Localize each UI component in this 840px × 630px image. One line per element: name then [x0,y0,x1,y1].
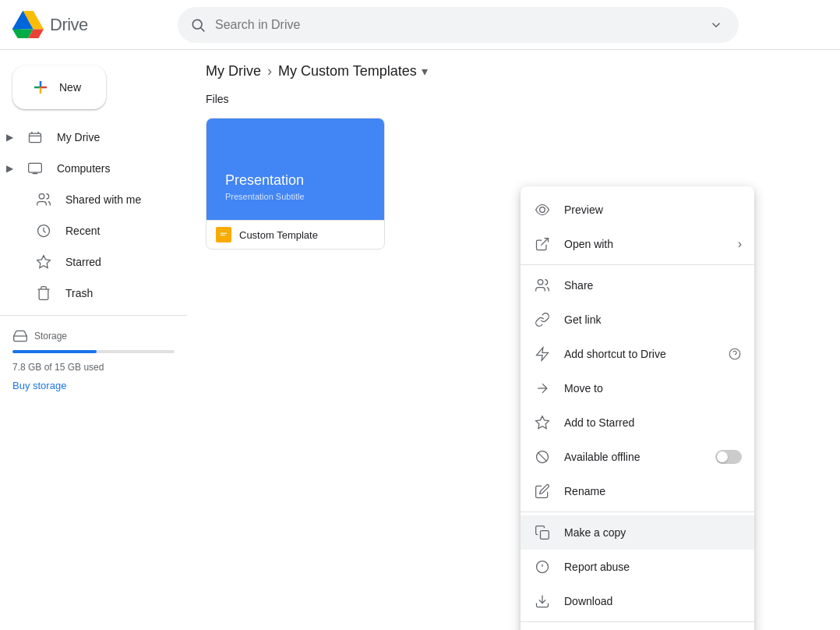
menu-item-remove[interactable]: Remove [521,625,754,630]
sidebar-item-label-computers: Computers [57,162,110,175]
svg-marker-14 [37,256,51,268]
storage-used-text: 7.8 GB of 15 GB used [12,362,104,373]
starred-icon [34,253,53,271]
menu-item-move-to[interactable]: Move to [521,371,754,405]
svg-rect-27 [541,531,549,540]
menu-label-share: Share [564,279,742,292]
logo-area: Drive [12,11,168,39]
sidebar-item-my-drive[interactable]: ▶ My Drive [0,122,175,153]
menu-item-share[interactable]: Share [521,268,754,303]
search-input[interactable] [215,18,697,32]
menu-label-open-with: Open with [564,238,725,250]
link-icon [533,310,552,329]
breadcrumb-dropdown-button[interactable]: ▾ [420,62,429,80]
menu-item-report-abuse[interactable]: Report abuse [521,550,754,584]
presentation-preview: Presentation Presentation Subtitle [219,131,372,207]
menu-label-preview: Preview [564,204,742,216]
sidebar-item-label-trash: Trash [65,287,93,299]
storage-label: Storage [12,328,175,344]
search-bar[interactable] [178,7,739,43]
new-plus-icon [31,78,50,97]
sidebar-item-starred[interactable]: Starred [0,246,175,278]
menu-label-add-starred: Add to Starred [564,416,742,429]
context-menu-divider-1 [521,264,754,265]
file-thumbnail: Presentation Presentation Subtitle [206,119,384,220]
sidebar: New ▶ My Drive ▶ [0,50,187,630]
sidebar-item-computers[interactable]: ▶ Computers [0,153,175,184]
breadcrumb-parent-link[interactable]: My Drive [206,63,261,80]
rename-icon [533,482,552,501]
svg-point-12 [39,194,44,200]
breadcrumb-current: My Custom Templates ▾ [278,62,429,80]
svg-rect-10 [30,133,41,143]
file-footer: Custom Template [206,220,384,249]
svg-line-5 [201,27,205,31]
sidebar-item-label-shared: Shared with me [65,193,141,206]
svg-marker-24 [536,416,549,429]
star-icon [533,413,552,432]
menu-label-add-shortcut: Add shortcut to Drive [564,348,715,360]
my-drive-icon [26,128,44,147]
recent-icon [34,221,53,240]
menu-item-available-offline[interactable]: Available offline [521,440,754,474]
file-card[interactable]: Presentation Presentation Subtitle Custo… [206,118,385,250]
sidebar-divider [0,315,187,316]
menu-label-make-copy: Make a copy [564,526,742,539]
svg-line-19 [541,239,548,246]
move-icon [533,379,552,398]
storage-section: Storage 7.8 GB of 15 GB used Buy storage [0,322,187,398]
menu-item-make-copy[interactable]: Make a copy [521,515,754,550]
menu-item-add-starred[interactable]: Add to Starred [521,405,754,440]
menu-item-preview[interactable]: Preview [521,193,754,227]
context-menu: Preview Open with › [521,186,754,630]
sidebar-item-recent[interactable]: Recent [0,215,175,246]
menu-item-get-link[interactable]: Get link [521,303,754,337]
menu-item-add-shortcut[interactable]: Add shortcut to Drive [521,337,754,371]
nav-arrow-my-drive: ▶ [6,132,13,143]
buy-storage-link[interactable]: Buy storage [12,380,175,391]
shortcut-help-icon [728,347,742,361]
content-area: My Drive › My Custom Templates ▾ Files P… [187,50,840,630]
sidebar-item-shared-with-me[interactable]: Shared with me [0,184,175,215]
search-filter-button[interactable] [706,15,726,35]
share-icon [533,276,552,295]
menu-item-download[interactable]: Download [521,584,754,618]
nav-arrow-computers: ▶ [6,163,13,174]
svg-marker-21 [537,348,549,361]
pres-subtitle: Presentation Subtitle [225,192,365,201]
download-icon [533,592,552,611]
breadcrumb-separator: › [267,63,272,80]
app-name: Drive [50,15,88,35]
shortcut-icon [533,345,552,363]
toggle-knob [717,451,728,462]
svg-point-18 [540,207,545,213]
file-type-icon [216,227,231,242]
trash-nav-icon [34,284,53,303]
new-button[interactable]: New [12,65,106,109]
storage-bar-background [12,350,175,353]
sidebar-item-trash[interactable]: Trash [0,278,175,309]
breadcrumb: My Drive › My Custom Templates ▾ [187,50,840,87]
svg-point-4 [192,19,202,29]
copy-icon [533,523,552,542]
open-with-arrow-icon: › [738,237,742,251]
menu-item-rename[interactable]: Rename [521,474,754,508]
preview-icon [533,200,552,219]
context-menu-divider-2 [521,511,754,512]
svg-rect-11 [29,163,42,172]
svg-rect-16 [221,233,227,234]
svg-point-22 [729,349,740,359]
offline-toggle[interactable] [715,450,742,464]
menu-item-open-with[interactable]: Open with › [521,227,754,261]
drive-logo-icon [12,11,44,39]
svg-rect-17 [221,235,225,235]
menu-label-report-abuse: Report abuse [564,561,742,573]
shared-icon [34,190,53,209]
menu-label-move-to: Move to [564,382,742,395]
menu-label-available-offline: Available offline [564,451,703,463]
menu-label-get-link: Get link [564,313,742,326]
section-label: Files [187,87,840,111]
offline-icon [533,448,552,466]
computers-icon [26,159,44,178]
sidebar-item-label-my-drive: My Drive [57,131,100,143]
